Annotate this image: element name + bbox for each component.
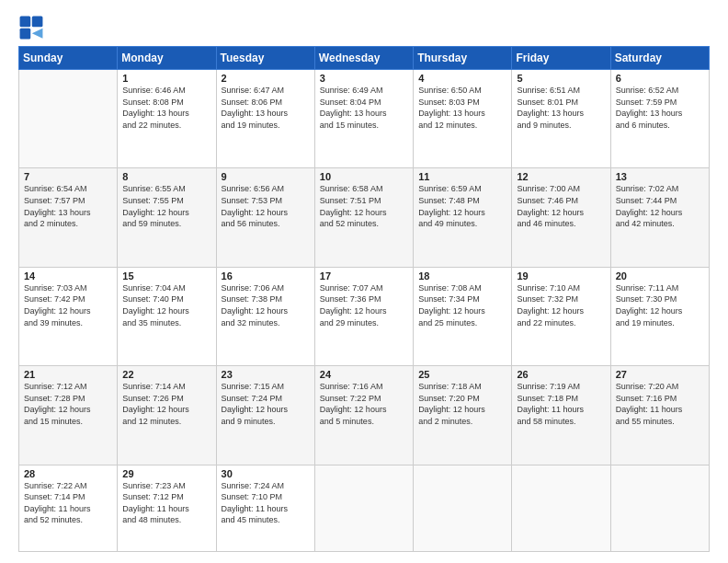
day-info: Sunrise: 7:07 AM Sunset: 7:36 PM Dayligh… [320, 282, 408, 328]
calendar-cell: 24Sunrise: 7:16 AM Sunset: 7:22 PM Dayli… [314, 366, 413, 465]
weekday-header-tuesday: Tuesday [216, 47, 314, 70]
day-info: Sunrise: 6:54 AM Sunset: 7:57 PM Dayligh… [24, 183, 112, 229]
calendar-cell: 11Sunrise: 6:59 AM Sunset: 7:48 PM Dayli… [414, 168, 512, 267]
day-number: 13 [616, 171, 704, 182]
calendar-week-row: 7Sunrise: 6:54 AM Sunset: 7:57 PM Daylig… [19, 168, 710, 267]
page: SundayMondayTuesdayWednesdayThursdayFrid… [0, 0, 728, 563]
calendar-week-row: 1Sunrise: 6:46 AM Sunset: 8:08 PM Daylig… [19, 70, 710, 168]
calendar-cell [314, 465, 413, 552]
day-number: 20 [616, 270, 704, 282]
day-info: Sunrise: 6:49 AM Sunset: 8:04 PM Dayligh… [320, 85, 408, 131]
weekday-header-saturday: Saturday [610, 47, 709, 70]
day-number: 11 [418, 171, 506, 182]
day-number: 30 [222, 468, 310, 479]
calendar-week-row: 14Sunrise: 7:03 AM Sunset: 7:42 PM Dayli… [19, 267, 710, 365]
calendar-cell: 19Sunrise: 7:10 AM Sunset: 7:32 PM Dayli… [512, 267, 610, 365]
calendar-cell [414, 465, 512, 552]
calendar-body: 1Sunrise: 6:46 AM Sunset: 8:08 PM Daylig… [19, 70, 710, 552]
day-info: Sunrise: 7:08 AM Sunset: 7:34 PM Dayligh… [418, 282, 506, 328]
weekday-header-sunday: Sunday [19, 47, 118, 70]
day-number: 3 [320, 73, 408, 84]
day-number: 19 [517, 270, 605, 282]
day-number: 10 [320, 171, 408, 182]
day-number: 25 [418, 369, 506, 380]
svg-rect-0 [20, 17, 31, 28]
calendar-cell: 18Sunrise: 7:08 AM Sunset: 7:34 PM Dayli… [414, 267, 512, 365]
logo [18, 15, 48, 40]
day-info: Sunrise: 7:14 AM Sunset: 7:26 PM Dayligh… [122, 381, 210, 427]
day-info: Sunrise: 6:56 AM Sunset: 7:53 PM Dayligh… [222, 183, 310, 229]
day-info: Sunrise: 7:18 AM Sunset: 7:20 PM Dayligh… [418, 381, 506, 427]
day-info: Sunrise: 7:23 AM Sunset: 7:12 PM Dayligh… [122, 480, 210, 526]
day-number: 18 [418, 270, 506, 282]
day-info: Sunrise: 7:24 AM Sunset: 7:10 PM Dayligh… [222, 480, 310, 526]
svg-rect-1 [32, 17, 43, 28]
day-number: 5 [517, 73, 605, 84]
calendar-cell: 29Sunrise: 7:23 AM Sunset: 7:12 PM Dayli… [118, 465, 216, 552]
calendar-cell [610, 465, 709, 552]
calendar-cell: 23Sunrise: 7:15 AM Sunset: 7:24 PM Dayli… [216, 366, 314, 465]
weekday-header-friday: Friday [512, 47, 610, 70]
weekday-header-monday: Monday [118, 47, 216, 70]
calendar-cell: 22Sunrise: 7:14 AM Sunset: 7:26 PM Dayli… [118, 366, 216, 465]
weekday-header-row: SundayMondayTuesdayWednesdayThursdayFrid… [19, 47, 710, 70]
day-info: Sunrise: 7:16 AM Sunset: 7:22 PM Dayligh… [320, 381, 408, 427]
calendar-cell: 17Sunrise: 7:07 AM Sunset: 7:36 PM Dayli… [314, 267, 413, 365]
calendar-cell: 13Sunrise: 7:02 AM Sunset: 7:44 PM Dayli… [610, 168, 709, 267]
day-number: 7 [24, 171, 112, 182]
day-number: 28 [24, 468, 112, 479]
day-number: 27 [616, 369, 704, 380]
day-number: 15 [122, 270, 210, 282]
day-info: Sunrise: 7:11 AM Sunset: 7:30 PM Dayligh… [616, 282, 704, 328]
calendar-cell: 6Sunrise: 6:52 AM Sunset: 7:59 PM Daylig… [610, 70, 709, 168]
day-info: Sunrise: 7:10 AM Sunset: 7:32 PM Dayligh… [517, 282, 605, 328]
calendar-cell: 16Sunrise: 7:06 AM Sunset: 7:38 PM Dayli… [216, 267, 314, 365]
calendar-cell: 30Sunrise: 7:24 AM Sunset: 7:10 PM Dayli… [216, 465, 314, 552]
day-number: 1 [122, 73, 210, 84]
day-number: 2 [222, 73, 310, 84]
calendar-cell: 4Sunrise: 6:50 AM Sunset: 8:03 PM Daylig… [414, 70, 512, 168]
day-info: Sunrise: 6:47 AM Sunset: 8:06 PM Dayligh… [222, 85, 310, 131]
calendar-cell: 12Sunrise: 7:00 AM Sunset: 7:46 PM Dayli… [512, 168, 610, 267]
calendar-cell: 15Sunrise: 7:04 AM Sunset: 7:40 PM Dayli… [118, 267, 216, 365]
day-info: Sunrise: 6:50 AM Sunset: 8:03 PM Dayligh… [418, 85, 506, 131]
header [18, 15, 710, 40]
weekday-header-wednesday: Wednesday [314, 47, 413, 70]
calendar-cell: 20Sunrise: 7:11 AM Sunset: 7:30 PM Dayli… [610, 267, 709, 365]
calendar-cell: 2Sunrise: 6:47 AM Sunset: 8:06 PM Daylig… [216, 70, 314, 168]
day-info: Sunrise: 7:00 AM Sunset: 7:46 PM Dayligh… [517, 183, 605, 229]
day-number: 9 [222, 171, 310, 182]
calendar-cell: 21Sunrise: 7:12 AM Sunset: 7:28 PM Dayli… [19, 366, 118, 465]
day-info: Sunrise: 6:58 AM Sunset: 7:51 PM Dayligh… [320, 183, 408, 229]
day-info: Sunrise: 7:02 AM Sunset: 7:44 PM Dayligh… [616, 183, 704, 229]
day-info: Sunrise: 6:55 AM Sunset: 7:55 PM Dayligh… [122, 183, 210, 229]
calendar-cell: 7Sunrise: 6:54 AM Sunset: 7:57 PM Daylig… [19, 168, 118, 267]
calendar-cell: 27Sunrise: 7:20 AM Sunset: 7:16 PM Dayli… [610, 366, 709, 465]
calendar-cell: 9Sunrise: 6:56 AM Sunset: 7:53 PM Daylig… [216, 168, 314, 267]
day-info: Sunrise: 6:51 AM Sunset: 8:01 PM Dayligh… [517, 85, 605, 131]
day-info: Sunrise: 6:52 AM Sunset: 7:59 PM Dayligh… [616, 85, 704, 131]
day-number: 26 [517, 369, 605, 380]
day-number: 22 [122, 369, 210, 380]
day-info: Sunrise: 7:22 AM Sunset: 7:14 PM Dayligh… [24, 480, 112, 526]
day-info: Sunrise: 7:06 AM Sunset: 7:38 PM Dayligh… [222, 282, 310, 328]
calendar-table: SundayMondayTuesdayWednesdayThursdayFrid… [18, 46, 710, 552]
svg-marker-3 [32, 29, 43, 39]
day-info: Sunrise: 7:12 AM Sunset: 7:28 PM Dayligh… [24, 381, 112, 427]
calendar-cell [19, 70, 118, 168]
day-number: 4 [418, 73, 506, 84]
calendar-cell: 1Sunrise: 6:46 AM Sunset: 8:08 PM Daylig… [118, 70, 216, 168]
day-info: Sunrise: 6:46 AM Sunset: 8:08 PM Dayligh… [122, 85, 210, 131]
calendar-week-row: 21Sunrise: 7:12 AM Sunset: 7:28 PM Dayli… [19, 366, 710, 465]
day-number: 8 [122, 171, 210, 182]
day-number: 24 [320, 369, 408, 380]
calendar-cell: 10Sunrise: 6:58 AM Sunset: 7:51 PM Dayli… [314, 168, 413, 267]
day-number: 23 [222, 369, 310, 380]
day-number: 21 [24, 369, 112, 380]
weekday-header-thursday: Thursday [414, 47, 512, 70]
day-info: Sunrise: 7:03 AM Sunset: 7:42 PM Dayligh… [24, 282, 112, 328]
day-number: 12 [517, 171, 605, 182]
calendar-cell [512, 465, 610, 552]
calendar-cell: 5Sunrise: 6:51 AM Sunset: 8:01 PM Daylig… [512, 70, 610, 168]
day-number: 14 [24, 270, 112, 282]
